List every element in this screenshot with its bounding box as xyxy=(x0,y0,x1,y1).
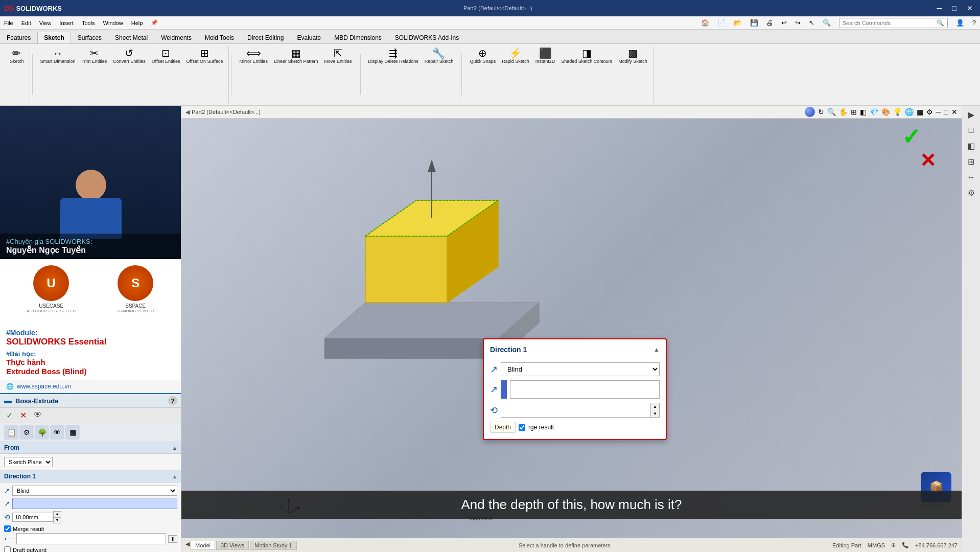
open-icon[interactable]: 📂 xyxy=(734,19,742,27)
depth-popup-up[interactable]: ▲ xyxy=(650,403,659,410)
menu-edit[interactable]: Edit xyxy=(21,20,31,26)
merge-result-checkbox[interactable] xyxy=(4,525,11,532)
menu-window[interactable]: Window xyxy=(103,20,123,26)
tab-mbd[interactable]: MBD Dimensions xyxy=(328,32,388,43)
menu-help[interactable]: Help xyxy=(131,20,143,26)
offset-surface-btn[interactable]: ⊞ Offset On Surface xyxy=(184,46,226,103)
zoom-select-icon[interactable]: ⊞ xyxy=(851,108,857,116)
tab-weldments[interactable]: Weldments xyxy=(154,32,198,43)
rp-expand-btn[interactable]: ▶ xyxy=(966,108,976,122)
depth-spin-up[interactable]: ▲ xyxy=(53,511,61,517)
menu-pin[interactable]: 📌 xyxy=(151,19,158,26)
move-entities-btn[interactable]: ⇱ Move Entities xyxy=(322,46,355,103)
materials-icon[interactable]: 🎨 xyxy=(881,108,890,116)
convert-entities-btn[interactable]: ↺ Convert Entities xyxy=(110,46,148,103)
tab-direct-editing[interactable]: Direct Editing xyxy=(241,32,290,43)
viewport-settings-icon[interactable]: ⚙ xyxy=(926,108,933,116)
zoom-icon[interactable]: 🔍 xyxy=(823,19,831,27)
cancel-x-overlay[interactable]: ✕ xyxy=(920,149,936,172)
tab-mold-tools[interactable]: Mold Tools xyxy=(198,32,241,43)
depth-spin-down[interactable]: ▼ xyxy=(53,517,61,523)
config-manager-btn[interactable]: ⚙ xyxy=(19,425,34,440)
mirror-entities-btn[interactable]: ⟺ Mirror Entities xyxy=(237,46,270,103)
tab-sheet-metal[interactable]: Sheet Metal xyxy=(108,32,154,43)
arrow-back-icon[interactable]: ◀ xyxy=(185,109,190,116)
status-tab-motion[interactable]: Motion Study 1 xyxy=(250,541,296,550)
tab-surfaces[interactable]: Surfaces xyxy=(71,32,108,43)
flip-spin-btn[interactable]: ⬆ xyxy=(168,535,177,543)
home-icon[interactable]: 🏠 xyxy=(701,19,709,27)
lights-icon[interactable]: 💡 xyxy=(893,108,902,116)
instant2d-btn[interactable]: ⬛ Instant2D xyxy=(533,46,558,103)
modify-sketch-btn[interactable]: ▩ Modify Sketch xyxy=(616,46,650,103)
quick-snaps-btn[interactable]: ⊕ Quick Snaps xyxy=(467,46,498,103)
status-tab-model[interactable]: Model xyxy=(191,541,215,550)
close-btn[interactable]: ✕ xyxy=(964,3,976,13)
select-icon[interactable]: ↖ xyxy=(809,19,814,27)
rp-section-btn[interactable]: ◧ xyxy=(965,139,977,153)
direction1-input[interactable] xyxy=(12,498,177,509)
linear-pattern-btn[interactable]: ▦ Linear Sketch Pattern xyxy=(271,46,321,103)
rp-measure-btn[interactable]: ↔ xyxy=(965,171,977,184)
depth-popup-down[interactable]: ▼ xyxy=(650,410,659,418)
tab-sketch[interactable]: Sketch xyxy=(37,32,71,43)
rp-display-btn[interactable]: ⊞ xyxy=(966,155,976,169)
rp-view-btn[interactable]: □ xyxy=(967,124,976,137)
viewport[interactable]: ◀ Part2 (Default<<Default>...) ↻ 🔍 ✋ ⊞ ◧… xyxy=(181,106,962,552)
status-tab-left[interactable]: ◀ xyxy=(185,541,190,550)
depth-value-input[interactable] xyxy=(12,513,53,522)
trim-entities-btn[interactable]: ✂ Trim Entities xyxy=(79,46,110,103)
zoom-fit-icon[interactable]: 🔍 xyxy=(827,108,836,116)
tab-features[interactable]: Features xyxy=(0,32,37,43)
status-icon1[interactable]: ⊕ xyxy=(891,542,896,548)
section-view-icon[interactable]: ◧ xyxy=(860,108,867,116)
user-icon[interactable]: 👤 xyxy=(956,19,964,27)
maximize-btn[interactable]: □ xyxy=(949,3,960,13)
merge-popup-checkbox[interactable] xyxy=(519,424,525,431)
shaded-contours-btn[interactable]: ◨ Shaded Sketch Contours xyxy=(558,46,615,103)
depth-popup-input[interactable]: 20.00mm xyxy=(501,404,650,416)
save-icon[interactable]: 💾 xyxy=(750,19,758,27)
rotate-icon[interactable]: ↻ xyxy=(818,108,824,116)
menu-tools[interactable]: Tools xyxy=(82,20,95,26)
pan-icon[interactable]: ✋ xyxy=(839,108,848,116)
tab-addins[interactable]: SOLIDWORKS Add-Ins xyxy=(388,32,465,43)
from-section-header[interactable]: From ▲ xyxy=(0,442,181,454)
view-sphere[interactable] xyxy=(805,107,815,117)
search-input[interactable] xyxy=(843,20,935,26)
help-icon[interactable]: ? xyxy=(972,19,976,27)
display-style-icon[interactable]: 💎 xyxy=(870,108,878,116)
rp-settings-btn[interactable]: ⚙ xyxy=(966,186,977,200)
menu-insert[interactable]: Insert xyxy=(59,20,74,26)
print-icon[interactable]: 🖨 xyxy=(766,19,773,27)
smart-dimension-btn[interactable]: ↔ Smart Dimension xyxy=(38,46,78,103)
from-dropdown[interactable]: Sketch Plane xyxy=(4,457,53,467)
flip-input[interactable] xyxy=(16,533,166,544)
direction1-section-header[interactable]: Direction 1 ▲ xyxy=(0,471,181,482)
feature-manager-btn[interactable]: 🌳 xyxy=(35,425,49,440)
scene-icon[interactable]: 🌐 xyxy=(905,108,914,116)
sketch-btn[interactable]: ✏ Sketch xyxy=(7,46,27,103)
vp-minimize[interactable]: ─ xyxy=(936,108,941,116)
confirm-ok-btn[interactable]: ✓ xyxy=(4,410,15,421)
undo-icon[interactable]: ↩ xyxy=(781,19,787,27)
feature-help-btn[interactable]: ? xyxy=(168,396,177,405)
offset-entities-btn[interactable]: ⊡ Offset Entities xyxy=(149,46,183,103)
confirm-eye-btn[interactable]: 👁 xyxy=(32,410,44,421)
confirm-checkmark-overlay[interactable]: ✓ xyxy=(902,124,921,150)
status-tab-3dviews[interactable]: 3D Views xyxy=(216,541,249,550)
view-manager-btn[interactable]: 👁 xyxy=(50,425,64,440)
redo-icon[interactable]: ↪ xyxy=(795,19,801,27)
repair-sketch-btn[interactable]: 🔧 Repair Sketch xyxy=(422,46,456,103)
menu-file[interactable]: File xyxy=(4,20,13,26)
vp-maximize[interactable]: □ xyxy=(944,108,948,116)
direction1-popup-close[interactable]: ▲ xyxy=(654,346,660,353)
vp-close[interactable]: ✕ xyxy=(951,108,958,116)
display-delete-btn[interactable]: ⇶ Display Delete Relations xyxy=(366,46,421,103)
new-icon[interactable]: 📄 xyxy=(717,19,726,27)
prop-manager-btn[interactable]: 📋 xyxy=(4,425,18,440)
search-icon[interactable]: 🔍 xyxy=(937,19,944,27)
direction1-type-select[interactable]: Blind xyxy=(12,486,177,496)
minimize-btn[interactable]: ─ xyxy=(934,3,945,13)
direction1-popup-input[interactable] xyxy=(510,380,660,399)
